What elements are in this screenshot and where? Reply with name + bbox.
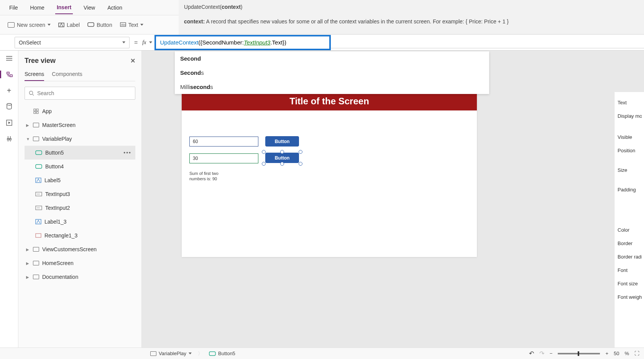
chevron-right-icon[interactable]: ▶ bbox=[26, 247, 30, 252]
button-control-icon bbox=[35, 164, 42, 169]
redo-icon[interactable]: ↷ bbox=[539, 350, 544, 357]
menu-action[interactable]: Action bbox=[106, 2, 124, 14]
menu-file[interactable]: File bbox=[8, 2, 20, 14]
canvas-textinput3[interactable]: 30 bbox=[189, 153, 258, 163]
tree-masterscreen[interactable]: ▶ MasterScreen bbox=[25, 118, 135, 132]
prop-position[interactable]: Position bbox=[617, 144, 642, 157]
zoom-thumb[interactable] bbox=[578, 351, 579, 356]
chevron-down-icon bbox=[189, 352, 192, 354]
tree-button5[interactable]: Button5 ••• bbox=[25, 146, 135, 160]
prop-display-mode[interactable]: Display mod bbox=[617, 109, 642, 123]
prop-visible[interactable]: Visible bbox=[617, 130, 642, 144]
tree-label1-3[interactable]: Label1_3 bbox=[25, 215, 135, 229]
chevron-right-icon[interactable]: ▶ bbox=[26, 275, 30, 279]
resize-handle[interactable] bbox=[280, 162, 284, 166]
property-selector[interactable]: OnSelect bbox=[15, 37, 130, 48]
tree-viewcustomers[interactable]: ▶ ViewCustomersScreen bbox=[25, 242, 135, 256]
search-input[interactable] bbox=[37, 90, 131, 96]
status-bar: VariablePlay 〉 Button5 ↶ ↷ − + 50 % ⛶ bbox=[0, 347, 644, 359]
zoom-in-button[interactable]: + bbox=[605, 351, 608, 356]
canvas-button4[interactable]: Button bbox=[265, 136, 299, 147]
tree-tabs: Screens Components bbox=[25, 71, 135, 81]
zoom-out-button[interactable]: − bbox=[550, 351, 553, 356]
tree-textinput2[interactable]: TextInput2 bbox=[25, 201, 135, 215]
svg-point-6 bbox=[30, 91, 33, 95]
autocomplete-item[interactable]: Milliseconds bbox=[175, 80, 489, 94]
canvas-textinput2[interactable]: 60 bbox=[189, 137, 258, 147]
resize-handle[interactable] bbox=[280, 150, 284, 154]
chevron-down-icon[interactable] bbox=[149, 41, 152, 43]
more-icon[interactable]: ••• bbox=[123, 150, 131, 156]
button-button[interactable]: Button bbox=[87, 22, 112, 28]
label-control-icon bbox=[35, 219, 41, 224]
insert-icon[interactable]: + bbox=[5, 87, 13, 94]
data-icon[interactable] bbox=[5, 103, 13, 110]
autocomplete-item[interactable]: Seconds bbox=[175, 66, 489, 80]
resize-handle[interactable] bbox=[299, 150, 302, 154]
tree-variableplay[interactable]: ▼ VariablePlay bbox=[25, 132, 135, 146]
formula-body-open: ({SecondNumber: bbox=[199, 39, 244, 46]
prop-font-weight[interactable]: Font weight bbox=[617, 290, 642, 304]
tree-rectangle1-3[interactable]: Rectangle1_3 bbox=[25, 229, 135, 242]
prop-text[interactable]: Text bbox=[617, 96, 642, 109]
svg-rect-9 bbox=[34, 112, 36, 114]
tree-label5[interactable]: Label5 bbox=[25, 173, 135, 187]
chevron-right-icon[interactable]: ▶ bbox=[26, 123, 30, 127]
prop-padding[interactable]: Padding bbox=[617, 183, 642, 196]
screen-title-bar[interactable]: Title of the Screen bbox=[182, 92, 477, 110]
breadcrumb-screen[interactable]: VariablePlay bbox=[146, 351, 196, 356]
hamburger-icon[interactable] bbox=[5, 54, 13, 62]
resize-handle[interactable] bbox=[262, 162, 266, 166]
new-screen-button[interactable]: New screen bbox=[8, 22, 51, 28]
screen-icon bbox=[150, 351, 156, 356]
prop-color[interactable]: Color bbox=[617, 223, 642, 237]
tree-label: Label5 bbox=[44, 177, 61, 183]
tree-search[interactable] bbox=[25, 87, 135, 100]
formula-tooltip: UpdateContext(context) context: A record… bbox=[179, 0, 644, 35]
tree-app[interactable]: App bbox=[25, 104, 135, 118]
undo-icon[interactable]: ↶ bbox=[529, 350, 534, 357]
formula-function: UpdateContext bbox=[160, 39, 198, 46]
tree-homescreen[interactable]: ▶ HomeScreen bbox=[25, 256, 135, 270]
resize-handle[interactable] bbox=[299, 162, 302, 166]
breadcrumb-control[interactable]: Button5 bbox=[205, 351, 239, 356]
advanced-tools-icon[interactable] bbox=[5, 135, 13, 143]
screen-icon bbox=[33, 261, 39, 265]
menu-view[interactable]: View bbox=[82, 2, 97, 14]
text-dropdown[interactable]: Abc Text bbox=[120, 22, 144, 28]
text-label: Text bbox=[128, 22, 138, 28]
textinput-control-icon bbox=[35, 206, 42, 210]
media-icon[interactable] bbox=[5, 119, 13, 127]
menu-home[interactable]: Home bbox=[29, 2, 46, 14]
selection-handles[interactable] bbox=[263, 151, 302, 165]
chevron-down-icon[interactable]: ▼ bbox=[26, 137, 30, 141]
tree-button4[interactable]: Button4 bbox=[25, 160, 135, 173]
canvas[interactable]: Title of the Screen 60 30 Button Button … bbox=[142, 51, 644, 347]
prop-border-radius[interactable]: Border radiu bbox=[617, 250, 642, 263]
canvas-label5[interactable]: Sum of first two numbers is: 90 bbox=[189, 171, 224, 182]
canvas-screen[interactable]: Title of the Screen 60 30 Button Button … bbox=[182, 92, 477, 257]
close-icon[interactable]: ✕ bbox=[130, 57, 135, 64]
zoom-slider[interactable] bbox=[558, 353, 600, 354]
tab-screens[interactable]: Screens bbox=[25, 71, 44, 81]
menu-insert[interactable]: Insert bbox=[55, 1, 73, 14]
label-button[interactable]: Label bbox=[58, 22, 80, 28]
formula-bar-remainder[interactable] bbox=[331, 37, 644, 48]
tab-components[interactable]: Components bbox=[52, 71, 82, 81]
prop-size[interactable]: Size bbox=[617, 163, 642, 177]
svg-rect-8 bbox=[36, 109, 38, 111]
tree-documentation[interactable]: ▶ Documentation bbox=[25, 270, 135, 284]
fit-screen-icon[interactable]: ⛶ bbox=[634, 351, 639, 356]
prop-font[interactable]: Font bbox=[617, 263, 642, 277]
top-menu-bar: File Home Insert View Action bbox=[0, 0, 179, 15]
property-name: OnSelect bbox=[19, 40, 41, 46]
autocomplete-item[interactable]: Second bbox=[175, 51, 489, 66]
tree-view-icon[interactable] bbox=[0, 71, 18, 78]
prop-font-size[interactable]: Font size bbox=[617, 277, 642, 290]
prop-border[interactable]: Border bbox=[617, 237, 642, 250]
chevron-right-icon[interactable]: ▶ bbox=[26, 261, 30, 265]
formula-input[interactable]: UpdateContext({SecondNumber: TextInput3.… bbox=[154, 35, 331, 50]
resize-handle[interactable] bbox=[262, 150, 266, 154]
tree-textinput3[interactable]: TextInput3 bbox=[25, 187, 135, 201]
fx-icon[interactable]: fx bbox=[142, 40, 146, 46]
